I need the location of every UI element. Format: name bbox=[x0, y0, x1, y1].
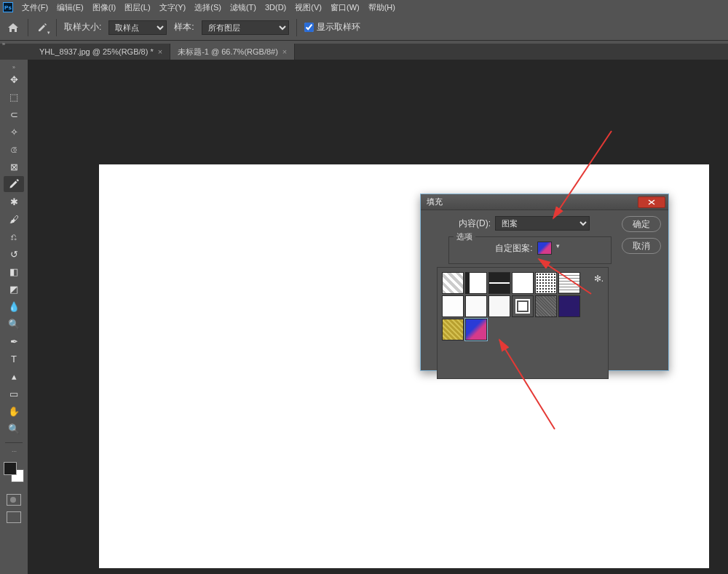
pattern-swatch[interactable] bbox=[442, 319, 464, 340]
dialog-title: 填充 bbox=[427, 196, 443, 207]
fill-dialog: 填充 内容(D): 图案 确定 取消 选项 自定图案: ✻. bbox=[420, 194, 669, 371]
blur-tool[interactable]: 💧 bbox=[4, 298, 24, 314]
eyedropper-tool[interactable] bbox=[4, 176, 24, 192]
options-legend: 选项 bbox=[454, 231, 475, 242]
foreground-color-swatch[interactable] bbox=[4, 462, 17, 475]
menu-edit[interactable]: 编辑(E) bbox=[57, 2, 84, 13]
custom-pattern-label: 自定图案: bbox=[495, 242, 532, 255]
close-button[interactable] bbox=[638, 196, 665, 208]
type-tool[interactable]: T bbox=[4, 351, 24, 367]
options-group: 选项 自定图案: bbox=[448, 236, 612, 264]
show-ring-label: 显示取样环 bbox=[317, 21, 360, 33]
quickmask-icon[interactable] bbox=[7, 494, 21, 506]
show-ring-checkbox[interactable] bbox=[304, 23, 314, 32]
tab-label: 未标题-1 @ 66.7%(RGB/8#) bbox=[178, 47, 278, 57]
eraser-tool[interactable]: ◧ bbox=[4, 263, 24, 279]
healing-brush-tool[interactable]: ✱ bbox=[4, 194, 24, 210]
toolbar-expand-icon[interactable]: » bbox=[0, 64, 28, 70]
pattern-swatch[interactable] bbox=[558, 272, 580, 294]
clone-stamp-tool[interactable]: ⎌ bbox=[4, 228, 24, 244]
content-label: 内容(D): bbox=[459, 218, 491, 230]
brush-tool[interactable]: 🖌 bbox=[4, 211, 24, 227]
tab-label: YHL_8937.jpg @ 25%(RGB/8) * bbox=[39, 47, 154, 56]
content-select[interactable]: 图案 bbox=[495, 216, 590, 231]
magic-wand-tool[interactable]: ✧ bbox=[4, 124, 24, 140]
close-icon[interactable]: × bbox=[282, 47, 287, 56]
sample-label: 样本: bbox=[174, 21, 194, 33]
pattern-swatch[interactable] bbox=[535, 272, 557, 294]
ok-button[interactable]: 确定 bbox=[622, 216, 661, 232]
menu-window[interactable]: 窗口(W) bbox=[331, 2, 360, 13]
pattern-picker-button[interactable] bbox=[537, 242, 552, 255]
menu-type[interactable]: 文字(Y) bbox=[159, 2, 186, 13]
gear-icon[interactable]: ✻. bbox=[594, 274, 604, 284]
pattern-swatch[interactable] bbox=[535, 295, 557, 317]
cancel-button[interactable]: 取消 bbox=[622, 238, 661, 254]
screenmode-icon[interactable] bbox=[7, 511, 21, 523]
pattern-swatch[interactable] bbox=[512, 272, 534, 294]
shape-tool[interactable]: ▭ bbox=[4, 386, 24, 402]
pattern-flyout-panel: ✻. bbox=[437, 267, 609, 379]
marquee-tool[interactable]: ⬚ bbox=[4, 89, 24, 105]
zoom-tool[interactable]: 🔍 bbox=[4, 420, 24, 437]
dodge-tool[interactable]: 🔍 bbox=[4, 316, 24, 332]
divider bbox=[56, 19, 57, 36]
optionsbar: ▾ 取样大小: 取样点 样本: 所有图层 显示取样环 bbox=[0, 15, 728, 41]
dialog-titlebar[interactable]: 填充 bbox=[421, 194, 668, 210]
pattern-swatch[interactable] bbox=[442, 295, 464, 317]
home-icon[interactable] bbox=[6, 21, 20, 34]
pattern-swatch[interactable] bbox=[442, 272, 464, 294]
menu-help[interactable]: 帮助(H) bbox=[368, 2, 395, 13]
pattern-swatch[interactable] bbox=[465, 272, 487, 294]
eyedropper-icon[interactable]: ▾ bbox=[36, 21, 49, 34]
sample-size-label: 取样大小: bbox=[64, 21, 101, 33]
menu-layer[interactable]: 图层(L) bbox=[124, 2, 150, 13]
divider bbox=[296, 19, 297, 36]
sample-size-select[interactable]: 取样点 bbox=[108, 20, 167, 35]
ps-logo-icon: Ps bbox=[3, 2, 13, 12]
sample-select[interactable]: 所有图层 bbox=[202, 20, 289, 35]
divider bbox=[28, 19, 28, 36]
path-select-tool[interactable]: ▴ bbox=[4, 368, 24, 384]
close-icon[interactable]: × bbox=[158, 47, 162, 56]
pattern-swatch[interactable] bbox=[558, 295, 580, 317]
tab-document-2[interactable]: 未标题-1 @ 66.7%(RGB/8#) × bbox=[170, 44, 295, 60]
pattern-swatch[interactable] bbox=[488, 295, 510, 317]
pattern-swatch[interactable] bbox=[512, 295, 534, 317]
menu-file[interactable]: 文件(F) bbox=[22, 2, 48, 13]
menu-filter[interactable]: 滤镜(T) bbox=[230, 2, 256, 13]
pattern-swatch[interactable] bbox=[488, 272, 510, 294]
document-tabbar: YHL_8937.jpg @ 25%(RGB/8) * × 未标题-1 @ 66… bbox=[0, 44, 728, 60]
menu-view[interactable]: 视图(V) bbox=[295, 2, 322, 13]
dots-icon[interactable]: ⋯ bbox=[0, 449, 28, 453]
pen-tool[interactable]: ✒ bbox=[4, 333, 24, 349]
menubar: Ps 文件(F) 编辑(E) 图像(I) 图层(L) 文字(Y) 选择(S) 滤… bbox=[0, 0, 728, 15]
frame-tool[interactable]: ⊠ bbox=[4, 159, 24, 175]
toolbar: » ✥⬚⊂✧⟃⊠✱🖌⎌↺◧◩💧🔍✒T▴▭✋🔍 ⋯ bbox=[0, 60, 28, 574]
divider bbox=[5, 442, 23, 443]
hand-tool[interactable]: ✋ bbox=[4, 403, 24, 419]
tab-document-1[interactable]: YHL_8937.jpg @ 25%(RGB/8) * × bbox=[32, 44, 170, 60]
menu-image[interactable]: 图像(I) bbox=[92, 2, 116, 13]
move-tool[interactable]: ✥ bbox=[4, 71, 24, 87]
pattern-swatch[interactable] bbox=[465, 295, 487, 317]
show-ring-checkbox-wrap[interactable]: 显示取样环 bbox=[304, 21, 360, 33]
crop-tool[interactable]: ⟃ bbox=[4, 141, 24, 157]
expand-chevron-icon[interactable]: » bbox=[0, 41, 7, 48]
gradient-tool[interactable]: ◩ bbox=[4, 281, 24, 297]
pattern-swatch[interactable] bbox=[465, 319, 487, 340]
menu-3d[interactable]: 3D(D) bbox=[265, 3, 286, 12]
history-brush-tool[interactable]: ↺ bbox=[4, 246, 24, 262]
color-swatches[interactable] bbox=[4, 462, 24, 482]
lasso-tool[interactable]: ⊂ bbox=[4, 106, 24, 122]
menu-select[interactable]: 选择(S) bbox=[194, 2, 221, 13]
